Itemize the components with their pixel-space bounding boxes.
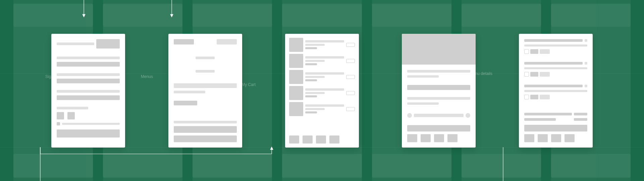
wireframe-screen-1 [51,34,125,148]
wireframe-screen-5 [519,34,593,148]
list-item [289,70,355,84]
wireframe-screen-2 [168,34,242,148]
list-item [289,102,355,116]
bottom-nav [289,135,355,144]
bottom-nav [524,134,587,142]
flow-row [0,0,644,181]
list-item [289,54,355,68]
wireframe-screen-4 [402,34,476,148]
wireframe-screen-3 [285,34,359,148]
bottom-nav [407,134,470,142]
badge-pill [346,43,355,47]
list-item [289,86,355,100]
list-item [289,38,355,52]
